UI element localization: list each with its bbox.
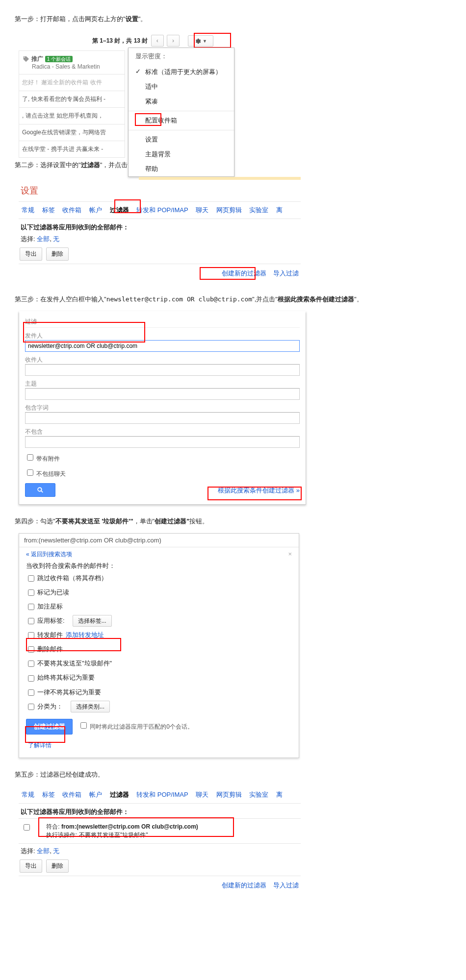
step2-figure: 设置 常规 标签 收件箱 帐户 过滤器 转发和 POP/IMAP 聊天 网页剪辑… <box>19 177 301 283</box>
category-select[interactable]: 选择类别... <box>71 701 110 712</box>
add-forward-link[interactable]: 添加转发地址 <box>66 631 104 638</box>
highlight-settings <box>135 113 161 126</box>
label-select[interactable]: 选择标签... <box>73 615 112 627</box>
inbox-row[interactable]: Google在线营销课堂，与网络营 <box>19 124 125 141</box>
when-header: 当收到符合搜索条件的邮件时： <box>26 559 292 571</box>
tab-chat[interactable]: 聊天 <box>196 206 208 214</box>
select-none[interactable]: 无 <box>53 235 59 243</box>
tab-forwarding[interactable]: 转发和 POP/IMAP <box>136 206 188 214</box>
settings-menu: 显示密度： 标准（适用于更大的屏幕） 适中 紧凑 配置收件箱 设置 主题背景 帮… <box>128 48 234 177</box>
tab-labs[interactable]: 实验室 <box>249 206 268 214</box>
subject-input[interactable] <box>25 388 300 400</box>
tab-labels[interactable]: 标签 <box>42 206 55 214</box>
filter-from-bar: from:(newsletter@ctrip.com OR club@ctrip… <box>19 534 299 547</box>
menu-item-standard[interactable]: 标准（适用于更大的屏幕） <box>129 65 234 79</box>
label-subject: 主题 <box>25 380 300 388</box>
close-icon[interactable]: × <box>288 550 292 558</box>
export-button[interactable]: 导出 <box>20 247 42 261</box>
cb-apply[interactable] <box>80 722 87 729</box>
menu-item-compact[interactable]: 紧凑 <box>129 94 234 109</box>
filter-checkbox[interactable] <box>24 824 30 831</box>
cb-skip[interactable] <box>28 575 34 582</box>
highlight-filter-entry <box>38 817 234 837</box>
settings-tabs: 常规 标签 收件箱 帐户 过滤器 转发和 POP/IMAP 聊天 网页剪辑 实验… <box>19 201 301 219</box>
tab-webclips[interactable]: 网页剪辑 <box>216 791 242 798</box>
search-button[interactable] <box>25 483 55 497</box>
prev-button[interactable]: ‹ <box>151 35 164 47</box>
tab-offline[interactable]: 离 <box>276 206 283 214</box>
filter-heading: 以下过滤器将应用到收到的全部邮件： <box>19 219 301 234</box>
tab-labs[interactable]: 实验室 <box>249 791 268 798</box>
tab-labels[interactable]: 标签 <box>42 791 55 798</box>
cb-attachment[interactable] <box>27 454 33 461</box>
inbox-row[interactable]: 了, 快来看看您的专属会员福利 - <box>19 91 125 107</box>
filter-heading: 以下过滤器将应用到收到的全部邮件： <box>19 804 301 818</box>
step5-text: 第五步：过滤器已经创建成功。 <box>15 770 451 779</box>
highlight-gear <box>194 33 231 48</box>
delete-button[interactable]: 删除 <box>46 859 69 873</box>
cb-notimportant[interactable] <box>28 689 34 696</box>
cb-nochat[interactable] <box>27 469 33 476</box>
cb-neverspam[interactable] <box>28 661 34 667</box>
inbox-row[interactable]: 在线学堂 - 携手共进 共赢未来 - <box>19 141 125 157</box>
step4-figure: from:(newsletter@ctrip.com OR club@ctrip… <box>19 533 451 758</box>
tab-chat[interactable]: 聊天 <box>196 791 208 798</box>
import-filter-link[interactable]: 导入过滤 <box>273 270 299 277</box>
haswords-input[interactable] <box>25 412 300 424</box>
label-nothave: 不包含 <box>25 428 300 436</box>
nothave-input[interactable] <box>25 436 300 448</box>
cb-important[interactable] <box>28 675 34 682</box>
tag-icon <box>22 55 30 63</box>
step1-text: 第一步：打开邮箱，点击网页右上方的"设置"。 <box>15 15 451 24</box>
highlight-filter-tab <box>114 199 141 213</box>
menu-item-settings[interactable]: 设置 <box>129 132 234 147</box>
highlight-create-filter <box>200 267 256 280</box>
menu-item-help[interactable]: 帮助 <box>129 162 234 176</box>
select-none[interactable]: 无 <box>53 847 59 855</box>
step3-text: 第三步：在发件人空白框中输入"newsletter@ctrip.com OR c… <box>15 295 451 304</box>
tab-offline[interactable]: 离 <box>276 791 283 798</box>
label-haswords: 包含字词 <box>25 404 300 412</box>
step5-figure: 常规 标签 收件箱 帐户 过滤器 转发和 POP/IMAP 聊天 网页剪辑 实验… <box>19 786 301 895</box>
highlight-search-link <box>207 487 302 500</box>
tab-accounts[interactable]: 帐户 <box>89 791 102 798</box>
inbox-row[interactable]: 您好！ 邂逅全新的收件箱 收件 <box>19 74 125 91</box>
step3-figure: 过滤 发件人 收件人 主题 包含字词 不包含 带有附件 不包括聊天 根据此搜索条… <box>19 311 451 505</box>
to-input[interactable] <box>25 364 300 376</box>
tab-filters[interactable]: 过滤器 <box>110 791 129 798</box>
tab-accounts[interactable]: 帐户 <box>89 206 102 214</box>
menu-item-comfortable[interactable]: 适中 <box>129 79 234 94</box>
export-button[interactable]: 导出 <box>20 859 42 873</box>
label-to: 收件人 <box>25 356 300 364</box>
inbox-row[interactable]: , 请点击这里 如您用手机查阅， <box>19 107 125 124</box>
step4-text: 第四步：勾选"不要将其发送至 '垃圾邮件'"，单击"创建过滤器"按钮。 <box>15 517 451 526</box>
tab-inbox[interactable]: 收件箱 <box>62 791 81 798</box>
next-button[interactable]: › <box>167 35 180 47</box>
menu-header: 显示密度： <box>129 48 234 65</box>
cb-star[interactable] <box>28 604 34 610</box>
tab-general[interactable]: 常规 <box>22 791 34 798</box>
tab-webclips[interactable]: 网页剪辑 <box>216 206 242 214</box>
select-all[interactable]: 全部 <box>37 235 50 243</box>
promo-row[interactable]: 推广 1 个新会话 Radica - Sales & Marketin <box>19 51 125 74</box>
highlight-neverspam <box>26 638 121 651</box>
import-filter-link[interactable]: 导入过滤 <box>273 882 299 889</box>
delete-button[interactable]: 删除 <box>46 247 69 261</box>
learn-more-link[interactable]: 了解详情 <box>28 742 52 749</box>
tab-general[interactable]: 常规 <box>22 206 34 214</box>
cb-category[interactable] <box>28 704 34 710</box>
create-filter-link[interactable]: 创建新的过滤器 <box>222 882 266 889</box>
search-icon <box>36 487 44 493</box>
tab-forwarding[interactable]: 转发和 POP/IMAP <box>136 791 188 798</box>
cb-label[interactable] <box>28 618 34 624</box>
cb-read[interactable] <box>28 589 34 596</box>
highlight-from <box>23 322 145 343</box>
menu-item-themes[interactable]: 主题背景 <box>129 147 234 162</box>
inbox-preview: 推广 1 个新会话 Radica - Sales & Marketin 您好！ … <box>19 50 125 158</box>
settings-title: 设置 <box>19 180 301 201</box>
step1-figure: 第 1–13 封，共 13 封 ‹ › ▼ 推广 1 个新会话 Radica -… <box>19 31 234 148</box>
select-all[interactable]: 全部 <box>37 847 50 855</box>
tab-inbox[interactable]: 收件箱 <box>62 206 81 214</box>
select-row: 选择: 全部, 无 <box>19 234 301 245</box>
back-link[interactable]: « 返回到搜索选项 <box>26 551 72 558</box>
